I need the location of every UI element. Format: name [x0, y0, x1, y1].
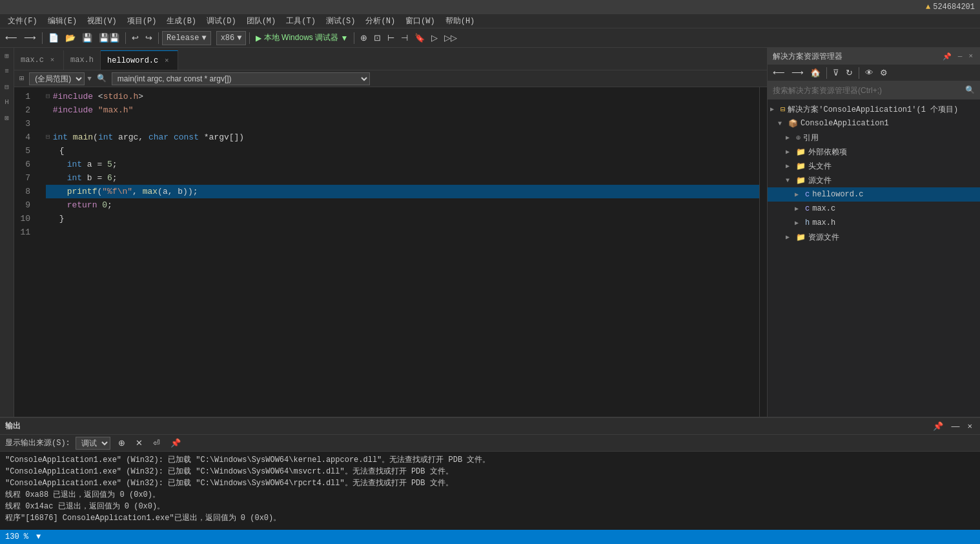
sol-props-btn[interactable]: ⚙	[877, 67, 890, 79]
tab-max-h[interactable]: max.h	[64, 50, 101, 70]
sol-pin-icon[interactable]: 📌	[941, 52, 954, 61]
sol-back-btn[interactable]: ⟵	[770, 67, 788, 79]
solution-explorer-panel: 解决方案资源管理器 📌 — × ⟵ ⟶ 🏠 ⊽ ↻ 👁 ⚙ 🔍 ▶	[767, 48, 980, 417]
toolbar-extra3[interactable]: ⊢	[385, 32, 397, 44]
nav-scope-select[interactable]: (全局范围)	[29, 72, 85, 85]
output-copy-btn[interactable]: ⊕	[116, 437, 128, 449]
toolbar-save-all-btn[interactable]: 💾💾	[96, 32, 122, 44]
sidebar-icon-4[interactable]: H	[2, 97, 12, 107]
sol-show-all-btn[interactable]: 👁	[863, 67, 876, 79]
sol-fwd-btn[interactable]: ⟶	[789, 67, 806, 79]
menu-file[interactable]: 文件(F)	[3, 14, 43, 28]
sol-search-icon[interactable]: 🔍	[965, 85, 975, 95]
menu-tools[interactable]: 工具(T)	[281, 14, 321, 28]
code-editor[interactable]: ⊟ #include <stdio.h> ⊟ #include "max.h" …	[43, 87, 759, 417]
sidebar-icon-1[interactable]: ⊞	[2, 50, 12, 61]
sol-tree-solution[interactable]: ▶ ⊟ 解决方案'ConsoleApplication1'(1 个项目)	[768, 102, 980, 116]
toolbar-extra6[interactable]: ▷▷	[442, 32, 460, 44]
output-pin2-btn[interactable]: 📌	[168, 437, 183, 449]
output-source-label: 显示输出来源(S):	[5, 437, 70, 448]
sol-search-input[interactable]	[773, 86, 965, 95]
menu-team[interactable]: 团队(M)	[241, 14, 281, 28]
sol-maxc-expand: ▶	[795, 205, 802, 213]
sol-ref-label: 引用	[803, 132, 819, 143]
sol-tree-sources[interactable]: ▼ 📁 源文件	[768, 173, 980, 187]
sol-refresh-btn[interactable]: ↻	[843, 67, 855, 79]
output-pin-btn[interactable]: 📌	[930, 420, 946, 432]
title-bar: ▲ 524684201	[0, 0, 980, 14]
menu-view[interactable]: 视图(V)	[82, 14, 122, 28]
toolbar-extra5[interactable]: ▷	[429, 32, 440, 44]
nav-function-select[interactable]: main(int argc, char const * argv[])	[112, 72, 370, 85]
fold-4[interactable]: ⊟	[46, 131, 50, 144]
code-line-11	[46, 225, 759, 239]
sol-maxh-label: max.h	[812, 218, 835, 227]
zoom-expand-icon[interactable]: ▼	[36, 532, 41, 541]
output-source-select[interactable]: 调试	[76, 437, 110, 450]
sol-tree-project[interactable]: ▼ 📦 ConsoleApplication1	[768, 116, 980, 131]
sol-tree-extdeps[interactable]: ▶ 📁 外部依赖项	[768, 145, 980, 159]
sol-header-expand: ▶	[786, 162, 793, 170]
sol-tree-helloword[interactable]: ▶ c helloword.c	[768, 187, 980, 202]
nav-func-icon: 🔍	[94, 74, 109, 83]
code-include-1: #include	[53, 90, 93, 103]
toolbar-save-btn[interactable]: 💾	[79, 32, 95, 44]
output-wrap-btn[interactable]: ⏎	[150, 437, 163, 449]
toolbar-extra2[interactable]: ⊡	[371, 32, 383, 44]
sol-tree-max-c[interactable]: ▶ c max.c	[768, 202, 980, 216]
sol-home-btn[interactable]: 🏠	[808, 67, 823, 79]
toolbar-back-btn[interactable]: ⟵	[3, 32, 20, 44]
output-close-btn[interactable]: ×	[965, 420, 975, 432]
toolbar: ⟵ ⟶ 📄 📂 💾 💾💾 ↩ ↪ Release ▼ x86 ▼ ▶ 本地 Wi…	[0, 28, 980, 48]
code-line-7: ⊟ int b = 6;	[46, 171, 759, 185]
menu-build[interactable]: 生成(B)	[161, 14, 201, 28]
tab-max-c[interactable]: max.c ×	[14, 50, 64, 70]
sol-tree-headers[interactable]: ▶ 📁 头文件	[768, 159, 980, 173]
sol-res-label: 资源文件	[808, 232, 839, 243]
menu-test[interactable]: 测试(S)	[321, 14, 361, 28]
toolbar-bookmark[interactable]: 🔖	[412, 32, 427, 44]
sol-filter-btn[interactable]: ⊽	[830, 67, 842, 79]
nav-icon: ⊞	[17, 74, 26, 83]
sol-close-icon[interactable]: ×	[966, 52, 975, 61]
menu-project[interactable]: 项目(P)	[122, 14, 162, 28]
tab-max-c-close[interactable]: ×	[48, 56, 57, 65]
tab-helloword-c[interactable]: helloword.c ×	[101, 50, 178, 70]
toolbar-open-btn[interactable]: 📂	[63, 32, 78, 44]
menu-analyze[interactable]: 分析(N)	[360, 14, 400, 28]
tab-helloword-c-close[interactable]: ×	[162, 56, 171, 65]
sol-maxc-icon: c	[805, 204, 810, 213]
output-clear-btn[interactable]: ✕	[133, 437, 145, 449]
editor-scrollbar[interactable]	[759, 87, 767, 417]
toolbar-redo-btn[interactable]: ↪	[143, 32, 155, 44]
toolbar-extra1[interactable]: ⊕	[358, 32, 370, 44]
toolbar-new-btn[interactable]: 📄	[46, 32, 61, 44]
sidebar-icon-3[interactable]: ⊟	[2, 81, 12, 92]
sol-tree-references[interactable]: ▶ ⊕ 引用	[768, 131, 980, 145]
config-dropdown[interactable]: Release ▼	[162, 31, 211, 45]
sol-solution-icon: ⊟	[781, 105, 785, 114]
menu-edit[interactable]: 编辑(E)	[43, 14, 83, 28]
sol-tree-max-h[interactable]: ▶ h max.h	[768, 216, 980, 230]
menu-window[interactable]: 窗口(W)	[400, 14, 440, 28]
sidebar-icon-5[interactable]: ⊠	[2, 112, 12, 123]
platform-dropdown[interactable]: x86 ▼	[216, 31, 247, 45]
sidebar-icon-2[interactable]: ≡	[2, 66, 12, 76]
sol-explorer-title: 解决方案资源管理器	[773, 51, 842, 62]
run-debugger-btn[interactable]: ▶ 本地 Windows 调试器 ▼	[253, 31, 351, 45]
fold-1[interactable]: ⊟	[46, 90, 50, 103]
sol-extdep-label: 外部依赖项	[808, 147, 847, 158]
toolbar-undo-btn[interactable]: ↩	[129, 32, 141, 44]
toolbar-fwd-btn[interactable]: ⟶	[21, 32, 39, 44]
output-minimize-btn[interactable]: —	[948, 420, 962, 432]
sol-sep2	[859, 67, 859, 79]
sol-collapse-icon[interactable]: —	[956, 52, 965, 61]
toolbar-extra4[interactable]: ⊣	[398, 32, 411, 44]
sol-tree-resources[interactable]: ▶ 📁 资源文件	[768, 230, 980, 244]
output-line-2: "ConsoleApplication1.exe" (Win32): 已加载 "…	[5, 466, 975, 477]
menu-help[interactable]: 帮助(H)	[440, 14, 480, 28]
code-line-9: ⊟ return 0;	[46, 198, 759, 212]
bottom-panel-controls: 📌 — ×	[930, 420, 975, 432]
menu-debug[interactable]: 调试(D)	[201, 14, 241, 28]
platform-label: x86	[221, 34, 235, 43]
